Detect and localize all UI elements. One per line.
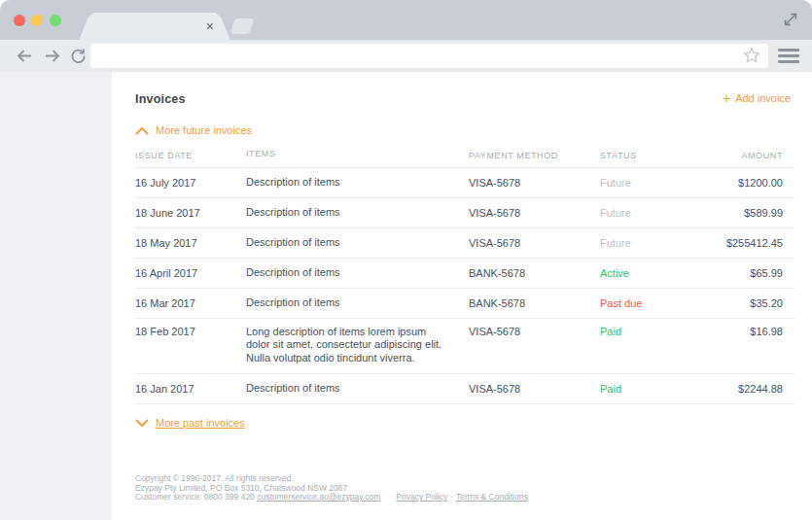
- more-past-invoices-link[interactable]: More past invoices: [135, 417, 245, 429]
- payment-method-cell: BANK-5678: [469, 267, 600, 279]
- items-cell: Description of items: [246, 266, 469, 280]
- customer-service-email-link[interactable]: customerservice.au@ezypay.com: [257, 492, 380, 502]
- window-close-button[interactable]: [14, 15, 25, 26]
- payment-method-cell: VISA-5678: [469, 177, 600, 189]
- amount-cell: $16.98: [697, 326, 794, 337]
- forward-button[interactable]: [43, 47, 61, 65]
- invoice-table-row: 16 July 2017 Description of items VISA-5…: [135, 168, 794, 198]
- issue-date-cell: 16 Jan 2017: [135, 383, 246, 395]
- browser-tab[interactable]: ×: [93, 13, 216, 40]
- invoice-table-body: 16 July 2017 Description of items VISA-5…: [135, 168, 794, 405]
- status-cell: Future: [600, 237, 697, 249]
- terms-conditions-link[interactable]: Terms & Conditions: [456, 492, 528, 502]
- amount-cell: $255412.45: [697, 237, 794, 249]
- issue-date-cell: 18 Feb 2017: [135, 326, 246, 337]
- add-invoice-button[interactable]: + Add invoice: [723, 92, 791, 104]
- status-cell: Future: [600, 207, 697, 219]
- bookmark-star-icon[interactable]: [742, 46, 761, 65]
- issue-date-cell: 16 April 2017: [135, 267, 246, 279]
- items-cell: Description of items: [246, 236, 469, 250]
- browser-window: ×: [0, 0, 812, 520]
- chevron-down-icon: [135, 419, 149, 428]
- header-amount: AMOUNT: [697, 151, 794, 160]
- invoice-table-row: 18 May 2017 Description of items VISA-56…: [135, 228, 794, 259]
- issue-date-cell: 18 May 2017: [135, 237, 246, 249]
- table-header-row: ISSUE DATE ITEMS PAYMENT METHOD STATUS A…: [135, 143, 794, 168]
- payment-method-cell: VISA-5678: [469, 207, 600, 219]
- plus-icon: +: [723, 93, 730, 104]
- browser-titlebar: ×: [0, 0, 812, 40]
- new-tab-button[interactable]: [229, 18, 254, 34]
- issue-date-cell: 16 July 2017: [135, 177, 246, 189]
- header-status: STATUS: [600, 151, 697, 160]
- tab-close-icon[interactable]: ×: [206, 19, 214, 33]
- header-items: ITEMS: [246, 149, 469, 159]
- items-cell: Description of items: [246, 176, 469, 190]
- status-cell: Paid: [600, 383, 697, 395]
- amount-cell: $589.99: [697, 207, 794, 219]
- amount-cell: $1200.00: [697, 177, 794, 189]
- link-separator: ·: [450, 492, 453, 502]
- window-minimize-button[interactable]: [31, 15, 43, 26]
- issue-date-cell: 18 June 2017: [135, 207, 246, 219]
- items-cell: Long description of items lorem ipsum do…: [246, 326, 469, 366]
- footer-customer-service: Customer service: 0800 399 420: [135, 492, 257, 502]
- invoice-table-row: 16 April 2017 Description of items BANK-…: [135, 259, 794, 289]
- payment-method-cell: VISA-5678: [469, 237, 600, 249]
- amount-cell: $65.99: [697, 267, 794, 279]
- invoice-table: ISSUE DATE ITEMS PAYMENT METHOD STATUS A…: [135, 143, 794, 405]
- browser-toolbar: [0, 40, 812, 72]
- payment-method-cell: VISA-5678: [469, 383, 600, 395]
- more-future-invoices-link[interactable]: More future invoices: [135, 124, 252, 136]
- page-title: Invoices: [135, 92, 186, 106]
- refresh-button[interactable]: [69, 47, 88, 65]
- chevron-up-icon: [135, 126, 149, 135]
- status-cell: Paid: [600, 326, 697, 337]
- amount-cell: $2244.88: [697, 383, 794, 395]
- items-cell: Description of items: [246, 296, 469, 310]
- left-sidebar-strip: [0, 72, 112, 520]
- browser-menu-icon[interactable]: [778, 49, 799, 63]
- page-header: Invoices + Add invoice: [135, 92, 791, 106]
- status-cell: Past due: [600, 297, 697, 309]
- invoice-table-row: 16 Jan 2017 Description of items VISA-56…: [135, 374, 794, 404]
- window-zoom-button[interactable]: [50, 15, 61, 26]
- page-body: Invoices + Add invoice More future invoi…: [0, 72, 812, 520]
- address-bar-input[interactable]: [90, 44, 768, 68]
- footer-contact-row: Customer service: 0800 399 420 customers…: [135, 493, 812, 503]
- invoices-page: Invoices + Add invoice More future invoi…: [112, 72, 812, 520]
- fullscreen-resize-icon[interactable]: [782, 11, 799, 28]
- items-cell: Description of items: [246, 382, 469, 396]
- items-cell: Description of items: [246, 206, 469, 220]
- amount-cell: $35.20: [697, 297, 794, 309]
- header-issue-date: ISSUE DATE: [135, 151, 246, 160]
- add-invoice-label: Add invoice: [735, 92, 791, 104]
- privacy-policy-link[interactable]: Privacy Policy: [396, 492, 447, 502]
- invoice-table-row: 18 Feb 2017 Long description of items lo…: [135, 319, 794, 375]
- payment-method-cell: BANK-5678: [469, 297, 600, 309]
- site-footer: Copyright © 1996-2017. All rights reserv…: [135, 474, 812, 503]
- issue-date-cell: 16 Mar 2017: [135, 297, 246, 309]
- more-past-invoices-label: More past invoices: [156, 417, 245, 429]
- status-cell: Active: [600, 267, 697, 279]
- invoice-table-row: 18 June 2017 Description of items VISA-5…: [135, 198, 794, 228]
- more-future-invoices-label: More future invoices: [156, 124, 252, 136]
- status-cell: Future: [600, 177, 697, 189]
- invoice-table-row: 16 Mar 2017 Description of items BANK-56…: [135, 289, 794, 319]
- payment-method-cell: VISA-5678: [469, 326, 600, 337]
- back-button[interactable]: [16, 47, 34, 65]
- header-payment-method: PAYMENT METHOD: [469, 151, 600, 160]
